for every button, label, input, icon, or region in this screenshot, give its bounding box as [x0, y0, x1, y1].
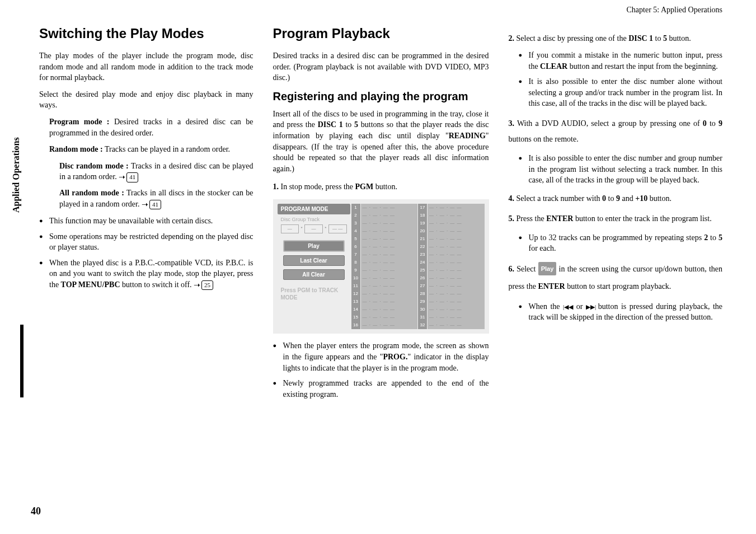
screen-col-labels: Disc Group Track: [278, 216, 350, 223]
chapter-header: Chapter 5: Applied Operations: [11, 6, 722, 15]
screen-input-row: —* —* — —: [278, 223, 350, 237]
step2-bullet-1: If you commit a mistake in the numeric b…: [519, 50, 723, 72]
column-1: Switching the Play Modes The play modes …: [39, 26, 253, 405]
screen-last-clear-button: Last Clear: [283, 255, 345, 266]
step2-bullet-2: It is also possible to enter the disc nu…: [519, 76, 723, 109]
step-4: 4. Select a track number with 0 to 9 and…: [509, 193, 723, 204]
screen-track-list: 1— · — · — —17— · — · — —2— · — · — —18—…: [351, 204, 485, 329]
page-ref-icon: ➝25: [194, 280, 213, 291]
col2-p2: Insert all of the discs to be used in pr…: [273, 109, 489, 175]
col1-bullet-1: This function may be unavailable with ce…: [39, 216, 253, 227]
col1-bullet-2: Some operations may be restricted depend…: [39, 231, 253, 253]
program-mode-desc: Program mode : Desired tracks in a desir…: [49, 116, 253, 138]
step3-bullet-1: It is also possible to enter the disc nu…: [519, 153, 723, 186]
screen-all-clear-button: All Clear: [283, 269, 345, 280]
skip-prev-icon: |◀◀: [563, 303, 573, 310]
col1-p1: The play modes of the player include the…: [39, 50, 253, 83]
disc-random-mode-desc: Disc random mode : Tracks in a desired d…: [59, 161, 253, 183]
step-6: 6. Select Play in the screen using the c…: [509, 261, 723, 296]
col1-heading: Switching the Play Modes: [39, 26, 253, 41]
col2-subheading: Registering and playing the program: [273, 90, 489, 103]
page-ref-icon: ➝41: [119, 172, 138, 183]
all-random-mode-desc: All random mode : Tracks in all discs in…: [59, 188, 253, 210]
step-2: 2. Select a disc by pressing one of the …: [509, 32, 723, 44]
screen-footer-text: Press PGM to TRACK MODE: [278, 283, 350, 305]
skip-next-icon: ▶▶|: [586, 303, 595, 310]
col2-p1: Desired tracks in a desired disc can be …: [273, 50, 489, 83]
step-5: 5. Press the ENTER button to enter the t…: [509, 211, 723, 227]
col2-bullet-1: When the player enters the program mode,…: [273, 340, 489, 373]
step6-bullet-1: When the |◀◀ or ▶▶| button is pressed du…: [519, 301, 723, 323]
col1-bullet-3: When the played disc is a P.B.C.-compati…: [39, 257, 253, 291]
step5-bullet-1: Up to 32 tracks can be programmed by rep…: [519, 232, 723, 254]
page-number: 40: [31, 505, 41, 517]
screen-play-button: Play: [283, 240, 345, 252]
program-mode-screen-figure: PROGRAM MODE Disc Group Track —* —* — — …: [273, 199, 489, 334]
side-tab-bar: [20, 325, 24, 397]
col1-p2: Select the desired play mode and enjoy d…: [39, 89, 253, 111]
step-1: 1. In stop mode, press the PGM button.: [273, 181, 489, 193]
column-3: 2. Select a disc by pressing one of the …: [509, 26, 723, 405]
play-inline-badge: Play: [538, 262, 557, 275]
page-ref-icon: ➝41: [142, 199, 161, 210]
screen-title: PROGRAM MODE: [278, 204, 350, 214]
column-2: Program Playback Desired tracks in a des…: [273, 26, 489, 405]
random-mode-desc: Random mode : Tracks can be played in a …: [49, 144, 253, 155]
col2-bullet-2: Newly programmed tracks are appended to …: [273, 378, 489, 400]
step-3: 3. With a DVD AUDIO, select a group by p…: [509, 116, 723, 147]
side-tab-label: Applied Operations: [11, 137, 21, 213]
col2-heading: Program Playback: [273, 26, 489, 41]
